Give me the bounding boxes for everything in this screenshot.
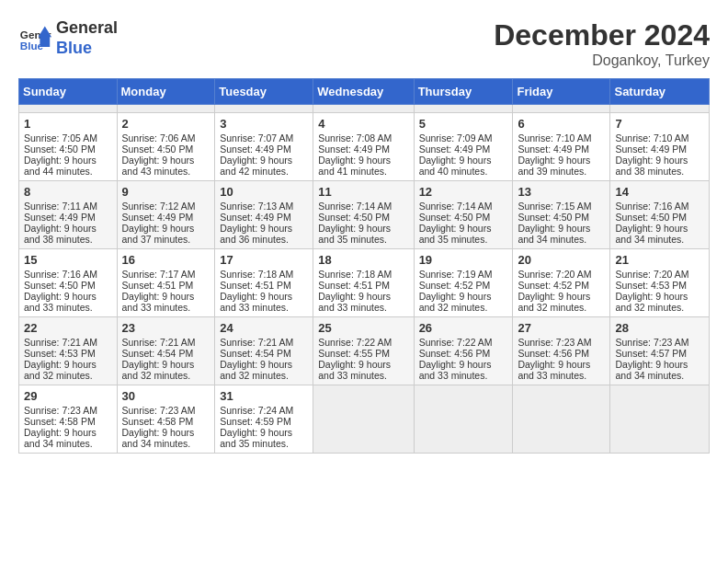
calendar-cell: 26Sunrise: 7:22 AMSunset: 4:56 PMDayligh… [414,317,513,385]
day-number: 6 [518,117,605,131]
col-header-sunday: Sunday [19,79,118,105]
day-number: 7 [615,117,704,131]
calendar-header-row: SundayMondayTuesdayWednesdayThursdayFrid… [19,79,710,105]
calendar-week-6: 29Sunrise: 7:23 AMSunset: 4:58 PMDayligh… [19,385,710,454]
calendar-cell [117,105,215,113]
calendar-cell [513,105,610,113]
cell-info: Sunrise: 7:10 AMSunset: 4:49 PMDaylight:… [518,132,591,177]
month-title: December 2024 [494,18,710,52]
col-header-wednesday: Wednesday [313,79,414,105]
calendar-cell [313,385,414,454]
calendar-cell [313,105,414,113]
day-number: 14 [615,185,704,199]
day-number: 5 [419,117,508,131]
day-number: 17 [220,253,308,267]
cell-info: Sunrise: 7:05 AMSunset: 4:50 PMDaylight:… [24,132,97,177]
cell-info: Sunrise: 7:22 AMSunset: 4:56 PMDaylight:… [419,337,493,381]
cell-info: Sunrise: 7:13 AMSunset: 4:49 PMDaylight:… [220,201,293,245]
day-number: 3 [220,117,308,131]
calendar-cell: 17Sunrise: 7:18 AMSunset: 4:51 PMDayligh… [215,249,313,317]
calendar-week-4: 15Sunrise: 7:16 AMSunset: 4:50 PMDayligh… [19,249,710,317]
day-number: 25 [318,321,408,335]
calendar-week-3: 8Sunrise: 7:11 AMSunset: 4:49 PMDaylight… [19,181,710,249]
day-number: 26 [419,321,508,335]
day-number: 2 [122,117,210,131]
day-number: 31 [220,389,308,403]
day-number: 27 [518,321,605,335]
cell-info: Sunrise: 7:12 AMSunset: 4:49 PMDaylight:… [122,201,196,245]
col-header-tuesday: Tuesday [215,79,313,105]
day-number: 13 [518,185,605,199]
cell-info: Sunrise: 7:10 AMSunset: 4:49 PMDaylight:… [615,132,688,177]
cell-info: Sunrise: 7:08 AMSunset: 4:49 PMDaylight:… [318,132,392,177]
col-header-monday: Monday [117,79,215,105]
cell-info: Sunrise: 7:17 AMSunset: 4:51 PMDaylight:… [122,269,196,313]
cell-info: Sunrise: 7:09 AMSunset: 4:49 PMDaylight:… [419,132,493,177]
cell-info: Sunrise: 7:22 AMSunset: 4:55 PMDaylight:… [318,337,392,381]
calendar-table: SundayMondayTuesdayWednesdayThursdayFrid… [18,78,710,454]
logo: General Blue General Blue [18,18,118,58]
calendar-cell: 3Sunrise: 7:07 AMSunset: 4:49 PMDaylight… [215,113,313,181]
calendar-cell [610,105,710,113]
day-number: 8 [24,185,112,199]
col-header-thursday: Thursday [414,79,513,105]
logo-name: General Blue [56,18,118,58]
day-number: 16 [122,253,210,267]
day-number: 29 [24,389,112,403]
calendar-week-1 [19,105,710,113]
cell-info: Sunrise: 7:11 AMSunset: 4:49 PMDaylight:… [24,201,97,245]
cell-info: Sunrise: 7:19 AMSunset: 4:52 PMDaylight:… [419,269,493,313]
cell-info: Sunrise: 7:18 AMSunset: 4:51 PMDaylight:… [220,269,293,313]
calendar-cell: 12Sunrise: 7:14 AMSunset: 4:50 PMDayligh… [414,181,513,249]
logo-general: General [56,18,118,37]
day-number: 20 [518,253,605,267]
calendar-cell: 18Sunrise: 7:18 AMSunset: 4:51 PMDayligh… [313,249,414,317]
cell-info: Sunrise: 7:23 AMSunset: 4:56 PMDaylight:… [518,337,591,381]
calendar-cell: 4Sunrise: 7:08 AMSunset: 4:49 PMDaylight… [313,113,414,181]
calendar-cell: 29Sunrise: 7:23 AMSunset: 4:58 PMDayligh… [19,385,118,454]
col-header-friday: Friday [513,79,610,105]
calendar-cell: 23Sunrise: 7:21 AMSunset: 4:54 PMDayligh… [117,317,215,385]
calendar-cell: 14Sunrise: 7:16 AMSunset: 4:50 PMDayligh… [610,181,710,249]
day-number: 1 [24,117,112,131]
calendar-cell: 15Sunrise: 7:16 AMSunset: 4:50 PMDayligh… [19,249,118,317]
logo-blue: Blue [56,39,92,57]
calendar-cell: 10Sunrise: 7:13 AMSunset: 4:49 PMDayligh… [215,181,313,249]
day-number: 18 [318,253,408,267]
cell-info: Sunrise: 7:20 AMSunset: 4:52 PMDaylight:… [518,269,591,313]
calendar-cell [414,385,513,454]
calendar-cell: 24Sunrise: 7:21 AMSunset: 4:54 PMDayligh… [215,317,313,385]
calendar-cell: 21Sunrise: 7:20 AMSunset: 4:53 PMDayligh… [610,249,710,317]
calendar-cell: 9Sunrise: 7:12 AMSunset: 4:49 PMDaylight… [117,181,215,249]
day-number: 28 [615,321,704,335]
calendar-cell [610,385,710,454]
cell-info: Sunrise: 7:14 AMSunset: 4:50 PMDaylight:… [318,201,392,245]
calendar-cell: 28Sunrise: 7:23 AMSunset: 4:57 PMDayligh… [610,317,710,385]
calendar-cell: 20Sunrise: 7:20 AMSunset: 4:52 PMDayligh… [513,249,610,317]
calendar-cell [513,385,610,454]
col-header-saturday: Saturday [610,79,710,105]
day-number: 10 [220,185,308,199]
cell-info: Sunrise: 7:21 AMSunset: 4:53 PMDaylight:… [24,337,97,381]
cell-info: Sunrise: 7:21 AMSunset: 4:54 PMDaylight:… [220,337,293,381]
calendar-cell [19,105,118,113]
day-number: 22 [24,321,112,335]
cell-info: Sunrise: 7:21 AMSunset: 4:54 PMDaylight:… [122,337,196,381]
day-number: 9 [122,185,210,199]
calendar-cell [215,105,313,113]
calendar-cell: 6Sunrise: 7:10 AMSunset: 4:49 PMDaylight… [513,113,610,181]
title-block: December 2024 Dogankoy, Turkey [494,18,710,69]
calendar-cell: 16Sunrise: 7:17 AMSunset: 4:51 PMDayligh… [117,249,215,317]
calendar-cell: 5Sunrise: 7:09 AMSunset: 4:49 PMDaylight… [414,113,513,181]
calendar-week-2: 1Sunrise: 7:05 AMSunset: 4:50 PMDaylight… [19,113,710,181]
day-number: 30 [122,389,210,403]
cell-info: Sunrise: 7:18 AMSunset: 4:51 PMDaylight:… [318,269,392,313]
calendar-cell: 1Sunrise: 7:05 AMSunset: 4:50 PMDaylight… [19,113,118,181]
day-number: 21 [615,253,704,267]
calendar-cell: 11Sunrise: 7:14 AMSunset: 4:50 PMDayligh… [313,181,414,249]
calendar-cell: 8Sunrise: 7:11 AMSunset: 4:49 PMDaylight… [19,181,118,249]
day-number: 23 [122,321,210,335]
day-number: 11 [318,185,408,199]
cell-info: Sunrise: 7:23 AMSunset: 4:58 PMDaylight:… [122,405,196,449]
cell-info: Sunrise: 7:16 AMSunset: 4:50 PMDaylight:… [24,269,97,313]
